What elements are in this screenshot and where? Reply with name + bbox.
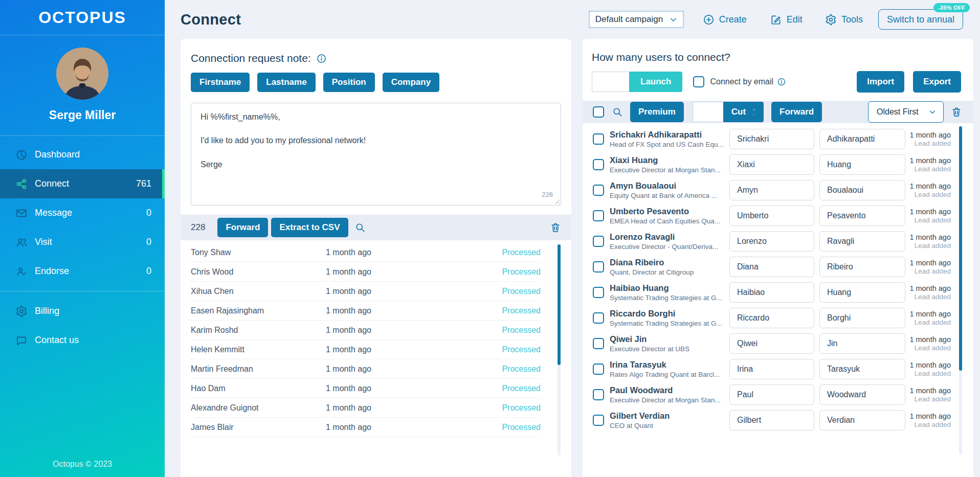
user-checkbox[interactable] xyxy=(593,389,604,400)
sidebar-menu-item[interactable]: Dashboard xyxy=(0,140,165,169)
lastname-input[interactable] xyxy=(819,206,905,226)
firstname-input[interactable] xyxy=(729,206,814,226)
select-all-checkbox[interactable] xyxy=(593,106,604,118)
firstname-input[interactable] xyxy=(729,129,814,149)
user-checkbox[interactable] xyxy=(593,287,604,298)
user-info[interactable]: Amyn Boualaoui Equity Quant at Bank of A… xyxy=(610,181,723,199)
lastname-input[interactable] xyxy=(819,410,905,430)
user-info[interactable]: Lorenzo Ravagli Executive Director - Qua… xyxy=(610,232,723,251)
export-button[interactable]: Export xyxy=(913,71,961,93)
firstname-input[interactable] xyxy=(729,333,814,354)
processed-row[interactable]: Tony Shaw 1 month ago Processed xyxy=(191,243,541,262)
user-info[interactable]: Riccardo Borghi Systematic Trading Strat… xyxy=(610,309,723,327)
firstname-input[interactable] xyxy=(729,282,814,303)
processed-row[interactable]: Helen Kemmitt 1 month ago Processed xyxy=(191,340,541,359)
token-button[interactable]: Company xyxy=(383,73,439,92)
user-checkbox[interactable] xyxy=(593,312,604,324)
firstname-input[interactable] xyxy=(729,257,814,277)
user-info[interactable]: Qiwei Jin Executive Director at UBS xyxy=(610,334,723,353)
firstname-input[interactable] xyxy=(729,231,814,252)
user-info[interactable]: Xiaxi Huang Executive Director at Morgan… xyxy=(610,155,723,174)
processed-row[interactable]: Karim Roshd 1 month ago Processed xyxy=(191,321,541,340)
processed-row[interactable]: Hao Dam 1 month ago Processed xyxy=(191,379,541,398)
search-icon[interactable] xyxy=(354,222,366,233)
firstname-input[interactable] xyxy=(729,180,814,200)
search-icon[interactable] xyxy=(612,106,623,118)
lastname-input[interactable] xyxy=(819,333,905,354)
lastname-input[interactable] xyxy=(819,384,905,405)
lastname-input[interactable] xyxy=(819,308,905,328)
sidebar-menu-item[interactable]: Visit 0 xyxy=(0,228,165,257)
user-name: Umberto Pesavento xyxy=(610,207,723,216)
lastname-input[interactable] xyxy=(819,154,905,175)
avatar[interactable] xyxy=(56,48,108,100)
switch-to-annual-button[interactable]: Switch to annual -35% OFF xyxy=(878,9,963,30)
processed-row[interactable]: James Blair 1 month ago Processed xyxy=(191,418,541,437)
lastname-input[interactable] xyxy=(819,129,905,149)
info-icon[interactable] xyxy=(316,53,327,64)
tools-button[interactable]: Tools xyxy=(825,14,863,26)
extract-to-csv-button[interactable]: Extract to CSV xyxy=(271,218,348,237)
campaign-select[interactable]: Default campaign xyxy=(589,11,683,28)
user-checkbox[interactable] xyxy=(593,261,604,272)
user-checkbox[interactable] xyxy=(593,415,604,426)
sidebar-menu-item[interactable]: Endorse 0 xyxy=(0,257,165,286)
import-button[interactable]: Import xyxy=(857,71,904,93)
sidebar-menu-item[interactable]: Contact us xyxy=(0,326,165,355)
note-textarea[interactable]: Hi %%first_name%%, I'd like to add you t… xyxy=(191,103,561,206)
lastname-input[interactable] xyxy=(819,231,905,252)
user-info[interactable]: Paul Woodward Executive Director at Morg… xyxy=(610,385,723,404)
processed-row[interactable]: Alexandre Guignot 1 month ago Processed xyxy=(191,398,541,418)
scrollbar-thumb[interactable] xyxy=(959,126,962,371)
premium-button[interactable]: Premium xyxy=(630,102,684,122)
user-checkbox[interactable] xyxy=(593,338,604,349)
processed-row[interactable]: Xihua Chen 1 month ago Processed xyxy=(191,282,541,301)
token-button[interactable]: Firstname xyxy=(191,73,250,92)
user-checkbox[interactable] xyxy=(593,133,604,145)
user-checkbox[interactable] xyxy=(593,159,604,170)
firstname-input[interactable] xyxy=(729,308,814,328)
processed-row[interactable]: Easen Rajasingham 1 month ago Processed xyxy=(191,301,541,321)
chevron-up-icon[interactable] xyxy=(750,107,758,112)
sort-select[interactable]: Oldest First xyxy=(868,101,944,123)
user-info[interactable]: Haibiao Huang Systematic Trading Strateg… xyxy=(610,283,723,302)
sidebar-menu-item[interactable]: Billing xyxy=(0,297,165,326)
connect-by-email-checkbox[interactable] xyxy=(693,76,704,87)
user-checkbox[interactable] xyxy=(593,185,604,196)
user-info[interactable]: Gilbert Verdian CEO at Quant xyxy=(610,411,723,429)
processed-row[interactable]: Martin Freedman 1 month ago Processed xyxy=(191,359,541,379)
firstname-input[interactable] xyxy=(729,359,814,379)
lastname-input[interactable] xyxy=(819,359,905,379)
trash-icon[interactable] xyxy=(951,106,962,118)
info-icon[interactable] xyxy=(777,77,786,86)
cut-count-input[interactable] xyxy=(693,102,723,122)
create-button[interactable]: Create xyxy=(703,14,747,26)
sidebar-menu-item[interactable]: Connect 761 xyxy=(0,169,165,198)
user-checkbox[interactable] xyxy=(593,364,604,375)
user-info[interactable]: Irina Tarasyuk Rates Algo Trading Quant … xyxy=(610,360,723,378)
firstname-input[interactable] xyxy=(729,410,814,430)
chevron-down-icon[interactable] xyxy=(750,112,758,117)
user-checkbox[interactable] xyxy=(593,236,604,247)
firstname-input[interactable] xyxy=(729,154,814,175)
lastname-input[interactable] xyxy=(819,282,905,303)
trash-icon[interactable] xyxy=(550,222,561,233)
user-checkbox[interactable] xyxy=(593,210,604,221)
launch-button[interactable]: Launch xyxy=(629,72,682,92)
user-info[interactable]: Diana Ribeiro Quant, Director at Citigro… xyxy=(610,258,723,276)
users-count-input[interactable] xyxy=(592,72,629,92)
firstname-input[interactable] xyxy=(729,384,814,405)
lastname-input[interactable] xyxy=(819,180,905,200)
forward-button[interactable]: Forward xyxy=(771,102,822,122)
token-button[interactable]: Position xyxy=(323,73,375,92)
cut-button[interactable]: Cut xyxy=(723,102,764,122)
forward-button[interactable]: Forward xyxy=(217,218,268,237)
edit-button[interactable]: Edit xyxy=(770,14,803,26)
sidebar-menu-item[interactable]: Message 0 xyxy=(0,198,165,228)
processed-row[interactable]: Chris Wood 1 month ago Processed xyxy=(191,262,541,282)
token-button[interactable]: Lastname xyxy=(257,73,315,92)
user-info[interactable]: Srichakri Adhikarapatti Head of FX Spot … xyxy=(610,130,723,148)
lastname-input[interactable] xyxy=(819,257,905,277)
scrollbar-thumb[interactable] xyxy=(558,244,561,365)
user-info[interactable]: Umberto Pesavento EMEA Head of Cash Equi… xyxy=(610,207,723,225)
